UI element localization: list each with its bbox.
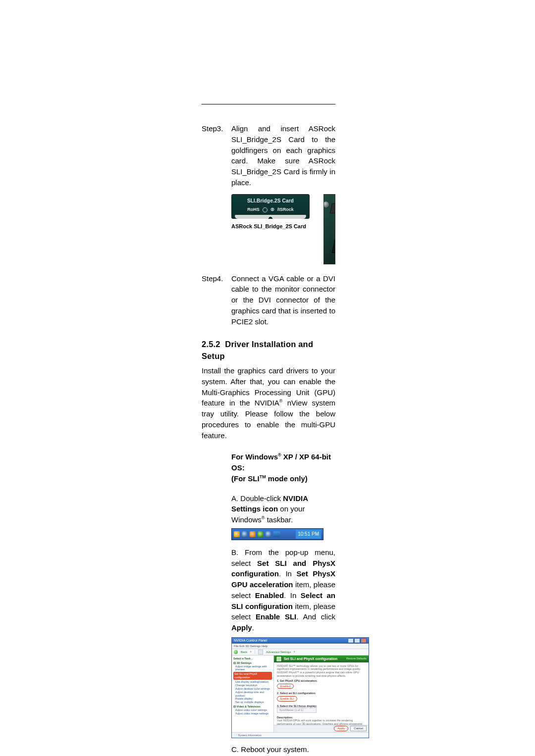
sb7: . In [284,591,301,600]
step4-text: Connect a VGA cable or a DVI cable to th… [231,273,335,327]
sb11: . And click [296,612,335,621]
sidebar-item: Adjust desktop color settings [235,687,272,691]
enable-sli-pill: Enable SLI [277,696,297,702]
substep-c: C. Reboot your system. [231,744,335,755]
nvcp-main-title: Set SLI and PhysX configuration [284,656,337,661]
os-line1-a: For Windows [231,453,278,461]
close-icon [361,638,367,643]
sidebar-group-video: ⊟ Video & Television [233,705,272,708]
sli-bridge-card-figure: SLI.Bridge.2S Card RoHS ⦿ /ISRock ASRock… [231,194,310,231]
minimize-icon [348,638,354,643]
sli-bridge-card-image: SLI.Bridge.2S Card RoHS ⦿ /ISRock [231,194,310,219]
nvcp-sec1-heading: 1. Set PhysX GPU acceleration: [277,679,366,683]
step4-label: Step4. [202,273,231,327]
nvcp-footer: Apply Cancel [274,725,369,732]
trademark-icon: TM [260,474,266,479]
sli-focus-display-dropdown: SyncMaster (1 of 1) [277,707,317,713]
apply-button: Apply [334,726,348,731]
step3-row: Step3. Align and insert ASRock SLI_Bridg… [202,123,335,188]
os-requirement-line2: (For SLITM mode only) [231,473,335,484]
registered-mark-icon: ® [278,453,281,457]
nvcp-desc-heading: Description: [277,716,366,719]
sli-icon [276,656,282,662]
step4-row: Step4. Connect a VGA cable or a DVI cabl… [202,273,335,327]
history-icon [258,650,263,655]
sb3: . In [279,569,297,578]
nvcp-main-titlebar: Set SLI and PhysX configuration Restore … [274,655,369,662]
sidebar-item: Change resolution [235,684,272,687]
restore-defaults-link: Restore Defaults [346,657,367,661]
sidebar-item: Rotate display [235,697,272,701]
nvidia-control-panel-window: NVIDIA Control Panel File Edit 3D Settin… [231,637,369,738]
tray-icon [250,531,256,537]
tray-icon [242,531,248,537]
sidebar-task-header: Select a Task... [233,657,272,660]
step3-figures: SLI.Bridge.2S Card RoHS ⦿ /ISRock ASRock… [231,194,335,264]
substep-a-3: taskbar. [265,515,293,524]
os-requirement-line1: For Windows® XP / XP 64-bit OS: [231,452,335,473]
back-label: Back [241,650,247,655]
nvcp-toolbar: Back ▾ Advanced Settings ▾ [232,649,369,655]
nvidia-settings-icon [258,531,264,537]
sb12: Apply [231,623,252,632]
step3-label: Step3. [202,123,231,188]
back-icon [234,650,238,654]
substep-a: A. Double-click NVIDIA Settings icon on … [231,493,335,525]
section-number: 2.5.2 [202,340,220,349]
nvcp-titlebar: NVIDIA Control Panel [232,638,369,644]
sidebar-item: Adjust image settings with preview [235,665,272,672]
step3-text: Align and insert ASRock SLI_Bridge_2S Ca… [231,123,335,188]
nvcp-menubar: File Edit 3D Settings Help [232,644,369,649]
nvcp-sec3-heading: 3. Select the SLI focus display: [277,705,366,708]
os-line2-b: mode only) [266,474,308,483]
substep-a-1: A. Double-click [231,494,283,503]
sidebar-group-3d: ⊟ 3D Settings [233,661,272,665]
nvcp-title: NVIDIA Control Panel [234,638,267,643]
nvcp-main: Set SLI and PhysX configuration Restore … [274,655,369,732]
sli-card-title: SLI.Bridge.2S Card [235,198,306,205]
maximize-icon [354,638,360,643]
sli-card-caption: ASRock SLI_Bridge_2S Card [231,223,310,231]
ce-icon: ⦿ [270,207,274,213]
sli-card-rohs: RoHS [247,206,260,213]
substep-b: B. From the pop-up menu, select Set SLI … [231,547,335,633]
sidebar-item: Use display scaling/rotation [235,680,272,684]
motherboard-photo [323,194,335,264]
tray-icon [234,531,240,537]
cancel-button: Cancel [350,726,367,731]
sb6: Enabled [255,591,284,600]
nvcp-statusbar: 📄 System Information [232,732,369,738]
section-intro: Install the graphics card drivers to you… [202,365,335,441]
sidebar-item: Adjust video color settings [235,708,272,712]
nvcp-desc-body: Your NVIDIA GPUs will work together to i… [277,719,366,724]
physx-enabled-pill: Enabled [277,684,294,689]
windows-taskbar-tray: 10:51 PM [231,528,323,540]
sidebar-item: Adjust video image settings [235,712,272,715]
sb10: Enable SLI [256,612,296,621]
section-heading: 2.5.2 Driver Installation and Setup [202,339,335,362]
nvcp-description: NVIDIA® SLI™ technology allows you to us… [277,664,366,677]
monitor-icon [273,531,280,537]
sidebar-item-selected: Set SLI and PhysX configuration [233,672,272,680]
advanced-label: Advanced Settings [266,650,291,655]
os-line2-a: (For SLI [231,474,260,483]
top-rule [202,104,335,104]
nvcp-sec2-heading: 2. Select an SLI configuration: [277,692,366,695]
taskbar-clock: 10:51 PM [296,530,321,539]
tray-icon [266,531,271,537]
registered-mark-icon: ® [262,515,265,520]
sli-card-brand: /ISRock [277,206,294,213]
sidebar-item: Set up multiple displays [235,701,272,704]
nvcp-sidebar: Select a Task... ⊟ 3D Settings Adjust im… [232,655,274,732]
sidebar-item: Adjust desktop size and position [235,691,272,698]
recycle-icon [263,207,268,212]
sb13: . [252,623,254,632]
